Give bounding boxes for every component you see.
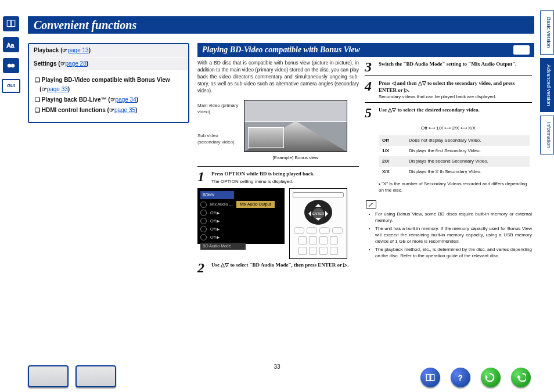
svg-point-1 bbox=[8, 64, 11, 67]
nav-item-link[interactable]: page 35 bbox=[114, 107, 135, 113]
step-note: The OPTION setting menu is displayed. bbox=[211, 178, 359, 185]
tv-screen: BDMV Mix Audio …Mix Audio Output Off ▶ O… bbox=[197, 188, 285, 244]
notes-list: For using Bonus View, some BD discs requ… bbox=[375, 211, 532, 259]
step-text: Switch the "BD Audio Mode" setting to "M… bbox=[379, 61, 517, 67]
tab-information[interactable]: Information bbox=[540, 116, 554, 154]
svg-text:Aa: Aa bbox=[7, 42, 15, 49]
step-1: 1 Press OPTION while BD is being played … bbox=[197, 170, 359, 185]
table-footnote: • "X" is the number of Secondary Videos … bbox=[379, 181, 532, 193]
dpad-right-icon[interactable] bbox=[325, 211, 331, 217]
page-number: 33 bbox=[274, 363, 280, 371]
footer: 33 ? bbox=[0, 359, 554, 392]
nav-row-link[interactable]: page 28 bbox=[66, 60, 87, 67]
table-row: OffDoes not display Secondary Video. bbox=[379, 135, 530, 146]
bonus-view-illustration: Main video (primary video) Sub video (se… bbox=[197, 100, 359, 161]
middle-column: With a BD disc that is compatible with b… bbox=[197, 43, 359, 274]
remote-bar bbox=[293, 192, 344, 197]
gui-and-remote: BDMV Mix Audio …Mix Audio Output Off ▶ O… bbox=[197, 188, 359, 259]
divider bbox=[365, 75, 532, 76]
dpad[interactable]: ENTER bbox=[304, 200, 332, 225]
pencil-icon bbox=[366, 200, 376, 208]
sub-video-label: Sub video (secondary video) bbox=[197, 132, 240, 145]
list-item: For using Bonus View, some BD discs requ… bbox=[375, 211, 532, 224]
table-row: 2/XDisplays the second Secondary Video. bbox=[379, 156, 530, 167]
nav-row-label: Settings bbox=[34, 60, 56, 67]
step-5: 5 Use △▽ to select the desired secondary… bbox=[365, 106, 532, 119]
divider bbox=[365, 102, 532, 103]
nav-row-link[interactable]: page 13 bbox=[67, 47, 88, 53]
dpad-down-icon[interactable] bbox=[315, 218, 321, 224]
tab-basic[interactable]: Basic version bbox=[540, 10, 554, 55]
illus-labels: Main video (primary video) Sub video (se… bbox=[197, 100, 240, 161]
step-text: Press ◁ and then △▽ to select the second… bbox=[379, 80, 515, 93]
help-icon[interactable]: ? bbox=[451, 368, 470, 387]
list-item: The unit has a built-in memory. If the m… bbox=[375, 225, 532, 244]
picture-caption: [Example] Bonus view bbox=[244, 154, 347, 161]
nav-item: ❏ Playing back BD-Live™ (☞page 34) bbox=[35, 95, 182, 105]
nav-box: Playback (☞page 13) Settings (☞page 28) … bbox=[28, 43, 189, 123]
step-number: 5 bbox=[365, 106, 375, 119]
step-text: Use △▽ to select "BD Audio Mode", then p… bbox=[211, 262, 348, 268]
step-number: 3 bbox=[365, 60, 375, 73]
dpad-left-icon[interactable] bbox=[305, 211, 311, 217]
nav-item-link[interactable]: page 33 bbox=[47, 86, 68, 92]
nav-item: ❏ HDMI control functions (☞page 35) bbox=[35, 106, 182, 115]
step-text: Use △▽ to select the desired secondary v… bbox=[379, 107, 480, 113]
left-nav: Playback (☞page 13) Settings (☞page 28) … bbox=[28, 43, 189, 123]
remote-control: ENTER bbox=[289, 188, 347, 259]
page-title: Convenient functions bbox=[28, 16, 534, 34]
gui-icon[interactable]: GUI bbox=[2, 79, 20, 93]
pip-overlay bbox=[248, 127, 284, 148]
intro-text: With a BD disc that is compatible with b… bbox=[197, 59, 359, 94]
step-text: Press OPTION while BD is being played ba… bbox=[211, 171, 315, 177]
device-front-icon[interactable] bbox=[28, 365, 69, 387]
left-icon-rail: Aa GUI bbox=[0, 0, 22, 190]
text-size-icon[interactable]: Aa bbox=[3, 37, 19, 52]
device-rear-icon[interactable] bbox=[75, 365, 116, 387]
list-item: The playback method, etc., is determined… bbox=[375, 246, 532, 259]
divider bbox=[197, 166, 359, 167]
svg-text:?: ? bbox=[458, 374, 462, 382]
table-row: X/XDisplays the X th Secondary Video. bbox=[379, 167, 530, 177]
device-buttons bbox=[28, 365, 116, 387]
book-icon[interactable] bbox=[420, 368, 440, 387]
prev-icon[interactable] bbox=[481, 368, 501, 387]
secondary-video-table: OffDoes not display Secondary Video. 1/X… bbox=[379, 135, 530, 177]
nav-item-link[interactable]: page 34 bbox=[116, 96, 136, 103]
step-number: 1 bbox=[197, 170, 208, 185]
bd-icon bbox=[513, 45, 530, 55]
step-number: 2 bbox=[197, 261, 208, 274]
nav-row-label: Playback bbox=[34, 47, 59, 53]
sequence-diagram: Off ⟷ 1/X ⟷ 2/X ⟷ X/X bbox=[365, 125, 532, 132]
nav-item: ❏ Playing BD-Video compatible with Bonus… bbox=[35, 75, 182, 94]
screen-header: BDMV bbox=[200, 191, 234, 199]
step-4: 4 Press ◁ and then △▽ to select the seco… bbox=[365, 80, 532, 93]
step-3: 3 Switch the "BD Audio Mode" setting to … bbox=[365, 60, 532, 73]
page: Aa GUI Basic version Advanced version In… bbox=[0, 0, 554, 392]
tab-advanced[interactable]: Advanced version bbox=[540, 58, 554, 113]
step-2: 2 Use △▽ to select "BD Audio Mode", then… bbox=[197, 261, 359, 274]
nav-sublist: ❏ Playing BD-Video compatible with Bonus… bbox=[29, 71, 188, 122]
nav-row-settings: Settings (☞page 28) bbox=[29, 57, 188, 71]
example-picture bbox=[244, 100, 347, 152]
mask-icon[interactable] bbox=[3, 58, 19, 73]
right-column: 3 Switch the "BD Audio Mode" setting to … bbox=[365, 57, 532, 261]
side-tabs: Basic version Advanced version Informati… bbox=[540, 10, 554, 154]
book-icon[interactable] bbox=[3, 16, 19, 31]
dpad-up-icon[interactable] bbox=[315, 201, 321, 207]
table-row: 1/XDisplays the first Secondary Video. bbox=[379, 146, 530, 156]
main-video-label: Main video (primary video) bbox=[197, 102, 240, 115]
screen-footer: BD Audio Mode bbox=[200, 243, 246, 250]
footer-icons: ? bbox=[420, 368, 531, 387]
next-icon[interactable] bbox=[511, 368, 531, 387]
step-4-note: Secondary videos that can be played back… bbox=[379, 93, 532, 100]
nav-row-playback: Playback (☞page 13) bbox=[29, 44, 188, 57]
svg-point-2 bbox=[11, 64, 15, 67]
step-number: 4 bbox=[365, 80, 375, 93]
